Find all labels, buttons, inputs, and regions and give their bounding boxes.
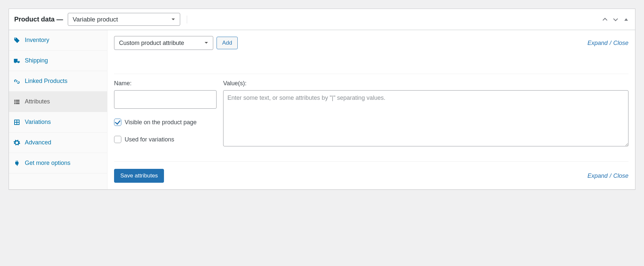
tag-icon xyxy=(14,37,20,44)
close-link[interactable]: Close xyxy=(613,40,628,47)
attributes-bottom-bar: Save attributes Expand / Close xyxy=(114,161,628,183)
expand-close-bottom: Expand / Close xyxy=(587,172,628,179)
tab-label: Inventory xyxy=(25,37,49,44)
tab-label: Attributes xyxy=(25,98,50,105)
save-attributes-button[interactable]: Save attributes xyxy=(114,169,164,183)
add-attribute-button[interactable]: Add xyxy=(217,37,238,49)
used-for-variations-label: Used for variations xyxy=(125,136,174,143)
tab-variations[interactable]: Variations xyxy=(9,112,107,133)
grid-icon xyxy=(14,119,20,126)
attribute-row: Name: Visible on the product page Used f… xyxy=(114,74,628,147)
attribute-taxonomy-select[interactable]: Custom product attribute xyxy=(114,36,213,50)
metabox-title: Product data — xyxy=(14,16,63,23)
gear-icon xyxy=(14,139,20,146)
attributes-panel: Custom product attribute Add Expand / Cl… xyxy=(107,30,635,189)
tab-label: Get more options xyxy=(25,160,70,167)
product-data-tabs: Inventory Shipping Linked Products Attri… xyxy=(9,30,107,189)
tab-inventory[interactable]: Inventory xyxy=(9,30,107,51)
name-label: Name: xyxy=(114,80,223,87)
tab-label: Advanced xyxy=(25,139,51,146)
tab-get-more-options[interactable]: Get more options xyxy=(9,153,107,173)
truck-icon xyxy=(14,57,20,64)
move-down-button[interactable] xyxy=(612,16,619,23)
used-for-variations-checkbox[interactable] xyxy=(114,136,121,143)
triangle-up-icon xyxy=(623,16,630,23)
chevron-down-icon xyxy=(612,16,619,23)
tab-label: Variations xyxy=(25,119,51,126)
tab-label: Shipping xyxy=(25,57,48,64)
visible-checkbox[interactable] xyxy=(114,119,121,126)
metabox-header: Product data — Variable product xyxy=(9,9,635,30)
visible-label: Visible on the product page xyxy=(125,119,197,126)
expand-link[interactable]: Expand xyxy=(587,172,608,179)
panel-wrap: Inventory Shipping Linked Products Attri… xyxy=(9,30,635,189)
tab-label: Linked Products xyxy=(25,78,67,85)
attributes-toolbar: Custom product attribute Add Expand / Cl… xyxy=(114,36,628,54)
values-label: Value(s): xyxy=(223,80,628,87)
close-link[interactable]: Close xyxy=(613,172,628,179)
tab-attributes[interactable]: Attributes xyxy=(9,92,107,112)
product-type-select[interactable]: Variable product xyxy=(68,13,180,26)
tab-advanced[interactable]: Advanced xyxy=(9,133,107,153)
product-data-metabox: Product data — Variable product Invent xyxy=(9,9,635,190)
tab-linked-products[interactable]: Linked Products xyxy=(9,71,107,92)
attribute-values-textarea[interactable] xyxy=(223,90,628,146)
plug-icon xyxy=(14,160,20,167)
expand-link[interactable]: Expand xyxy=(587,40,608,47)
link-icon xyxy=(14,78,20,85)
list-icon xyxy=(14,98,20,105)
tab-shipping[interactable]: Shipping xyxy=(9,51,107,71)
header-divider xyxy=(187,16,187,23)
expand-close-top: Expand / Close xyxy=(587,40,628,47)
move-up-button[interactable] xyxy=(601,16,609,23)
attribute-name-input[interactable] xyxy=(114,90,217,109)
chevron-up-icon xyxy=(601,16,609,23)
toggle-panel-button[interactable] xyxy=(623,16,630,23)
